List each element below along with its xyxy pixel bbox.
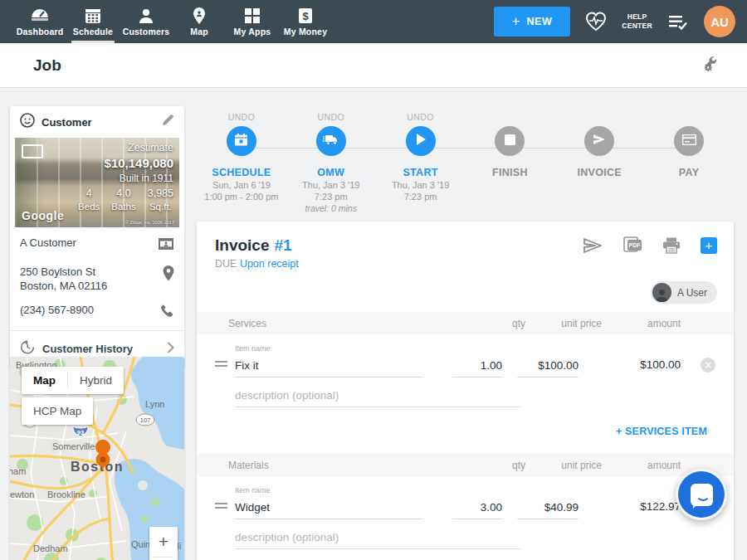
invoice-header: Invoice#1 DUE Upon receipt PDF + (197, 236, 734, 270)
send-invoice-icon[interactable] (583, 237, 603, 254)
customer-card-title: Customer (42, 116, 92, 129)
undo-start-button[interactable]: UNDO (407, 112, 434, 124)
location-pin-icon[interactable] (163, 265, 174, 285)
material-description-input[interactable] (235, 528, 521, 549)
nav-item-my-apps[interactable]: My Apps (226, 0, 279, 43)
health-heart-icon[interactable] (585, 12, 607, 32)
map-button[interactable]: Map (22, 367, 67, 394)
tasks-checklist-icon[interactable] (667, 13, 689, 30)
invoice-number-link[interactable]: #1 (274, 236, 291, 254)
step-time: 7:23 pm (404, 192, 437, 202)
pdf-icon[interactable]: PDF (622, 236, 642, 254)
invoice-due: DUE Upon receipt (215, 258, 299, 270)
map-icon (193, 7, 206, 24)
shield-107: 107 (140, 416, 151, 424)
assigned-user-pill[interactable]: A User (651, 281, 717, 304)
property-stats: 4 Beds 4.0 Baths 3,985 Sq.ft. (78, 187, 173, 213)
zoom-in-button[interactable]: + (149, 527, 178, 557)
undo-schedule-button[interactable]: UNDO (228, 112, 256, 124)
credit-card-icon (682, 134, 696, 149)
contact-card-icon[interactable] (158, 236, 174, 256)
hcp-map-button[interactable]: HCP Map (22, 397, 93, 425)
zestimate-overlay: Zestimate $10,149,080 Built in 1911 4 Be… (78, 141, 173, 214)
print-icon[interactable] (662, 237, 681, 254)
drag-handle-icon[interactable] (215, 498, 228, 519)
nav-label: My Apps (234, 27, 271, 37)
stat-label: Beds (78, 201, 100, 214)
phone-icon[interactable] (160, 303, 174, 322)
step-date: Thu, Jan 3 '19 (392, 180, 449, 190)
top-nav: Dashboard Schedule Customers Map (0, 0, 747, 43)
customer-address: 250 Boylston St Boston, MA 02116 (20, 265, 163, 294)
customer-card-header: Customer (10, 106, 184, 138)
job-workflow-stepper: UNDO SCHEDULE Sun, Jan 6 '19 1:00 pm - 2… (197, 112, 734, 213)
chat-bubble-button[interactable] (676, 469, 727, 520)
start-step-button[interactable] (406, 126, 436, 156)
invoice-step-button[interactable] (584, 126, 614, 156)
material-qty-input[interactable] (452, 498, 502, 519)
col-qty: qty (476, 318, 525, 329)
nav-item-customers[interactable]: Customers (120, 0, 173, 43)
stat-label: Baths (111, 201, 135, 214)
step-schedule: UNDO SCHEDULE Sun, Jan 6 '19 1:00 pm - 2… (197, 112, 286, 213)
material-qty-field (452, 498, 502, 519)
streetview-frame-icon (22, 144, 43, 158)
user-silhouette-icon (652, 283, 671, 302)
plus-icon: + (512, 14, 520, 29)
step-travel: travel: 0 mins (305, 203, 357, 213)
step-label: INVOICE (577, 167, 622, 178)
drag-handle-icon[interactable] (215, 356, 228, 377)
page-title: Job (33, 56, 61, 75)
hybrid-button[interactable]: Hybrid (68, 367, 124, 394)
stat-beds: 4 Beds (78, 187, 100, 213)
step-start: UNDO START Thu, Jan 3 '19 7:23 pm (376, 112, 466, 213)
my-money-icon: $ (297, 7, 314, 24)
service-description-input[interactable] (235, 386, 521, 407)
help-center-button[interactable]: HELP CENTER (622, 12, 652, 30)
play-icon (415, 133, 427, 149)
nav-item-schedule[interactable]: Schedule (66, 0, 120, 43)
job-settings-icon[interactable] (701, 53, 722, 78)
nav-right: + NEW HELP CENTER AU (494, 0, 747, 43)
send-icon (593, 134, 606, 149)
truck-icon (323, 134, 339, 149)
material-unit-price-input[interactable] (517, 498, 579, 519)
label-brookline: Brookline (47, 489, 85, 499)
undo-omw-button[interactable]: UNDO (317, 112, 344, 124)
new-button[interactable]: + NEW (494, 7, 571, 37)
service-unit-price-input[interactable] (517, 356, 579, 377)
service-item-name-input[interactable] (235, 356, 422, 377)
nav-item-map[interactable]: Map (173, 0, 226, 43)
item-name-label: Item name (235, 486, 422, 494)
schedule-icon (85, 7, 101, 24)
property-photo[interactable]: Zestimate $10,149,080 Built in 1911 4 Be… (15, 138, 179, 227)
address-line1: 250 Boylston St (20, 265, 163, 280)
omw-step-button[interactable] (316, 126, 346, 156)
new-button-label: NEW (527, 16, 553, 27)
finish-step-button[interactable] (495, 126, 525, 156)
calendar-icon (234, 133, 248, 150)
pay-step-button[interactable] (674, 126, 704, 156)
label-somerville: Somerville (52, 441, 95, 451)
due-value-link[interactable]: Upon receipt (240, 258, 299, 270)
edit-pencil-icon[interactable] (161, 114, 174, 130)
service-qty-input[interactable] (452, 356, 502, 377)
customer-address-row: 250 Boylston St Boston, MA 02116 (20, 265, 174, 294)
user-avatar[interactable]: AU (704, 6, 735, 37)
help-center-line1: HELP (622, 12, 652, 22)
chat-bubble-icon (691, 484, 713, 506)
label-dedham: Dedham (33, 543, 68, 553)
stat-baths: 4.0 Baths (111, 187, 135, 213)
remove-service-item-button[interactable]: ✕ (701, 358, 715, 373)
help-center-line2: CENTER (622, 22, 652, 31)
material-description-field (235, 528, 521, 549)
nav-label: My Money (284, 27, 327, 37)
nav-item-my-money[interactable]: $ My Money (279, 0, 332, 43)
nav-label: Map (190, 27, 208, 37)
add-services-item-link[interactable]: + SERVICES ITEM (197, 426, 707, 437)
nav-item-dashboard[interactable]: Dashboard (13, 0, 66, 43)
shield-93: 93 (77, 429, 84, 436)
add-invoice-button[interactable]: + (701, 237, 717, 254)
schedule-step-button[interactable] (227, 126, 256, 156)
material-item-name-input[interactable] (235, 498, 422, 519)
